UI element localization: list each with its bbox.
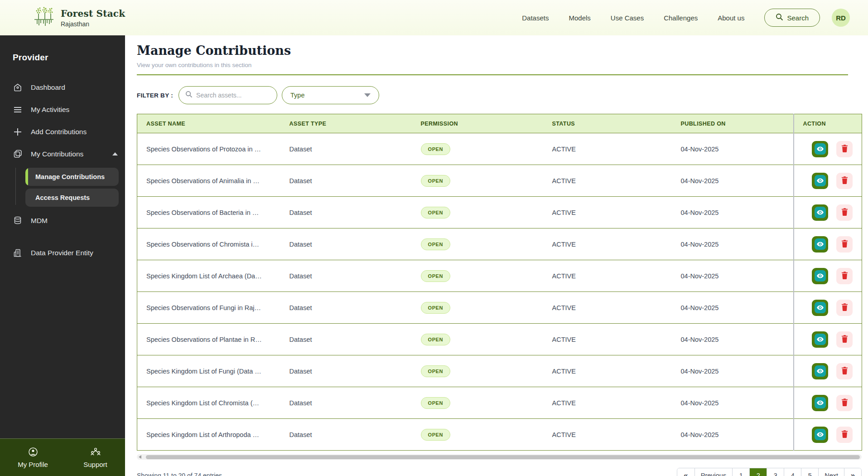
asset-name-cell: Species Kingdom List of Arthropoda … bbox=[137, 419, 280, 451]
eye-icon bbox=[815, 302, 826, 313]
table-row: Species Kingdom List of Archaea (Da… Dat… bbox=[137, 260, 862, 292]
published-on-cell: 04-Nov-2025 bbox=[672, 419, 794, 451]
page-button-4[interactable]: 4 bbox=[784, 468, 801, 476]
view-button[interactable] bbox=[812, 268, 828, 284]
asset-type-cell: Dataset bbox=[280, 228, 412, 260]
asset-type-cell: Dataset bbox=[280, 324, 412, 355]
view-button[interactable] bbox=[812, 204, 828, 221]
filter-bar: FILTER BY : Type bbox=[137, 86, 868, 104]
delete-button[interactable] bbox=[836, 331, 853, 348]
delete-button[interactable] bbox=[836, 268, 853, 284]
people-icon bbox=[90, 447, 101, 458]
nav-use-cases[interactable]: Use Cases bbox=[611, 14, 644, 22]
delete-button[interactable] bbox=[836, 427, 853, 443]
view-button[interactable] bbox=[812, 300, 828, 316]
asset-type-cell: Dataset bbox=[280, 419, 412, 451]
open-badge: OPEN bbox=[421, 334, 451, 345]
page-button-3[interactable]: 3 bbox=[767, 468, 784, 476]
sidebar-item-my-activities[interactable]: My Activities bbox=[0, 98, 125, 121]
page-button-5[interactable]: 5 bbox=[801, 468, 818, 476]
person-circle-icon bbox=[28, 447, 38, 458]
search-button[interactable]: Search bbox=[764, 9, 820, 27]
top-header: Forest Stack Rajasthan Datasets Models U… bbox=[0, 0, 868, 35]
sidebar-item-add-contributions[interactable]: Add Contributions bbox=[0, 121, 125, 143]
asset-name-cell: Species Kingdom List of Archaea (Da… bbox=[137, 260, 280, 292]
published-on-cell: 04-Nov-2025 bbox=[672, 260, 794, 292]
published-on-cell: 04-Nov-2025 bbox=[672, 133, 794, 165]
sidebar-item-mdm[interactable]: MDM bbox=[0, 209, 125, 232]
delete-button[interactable] bbox=[836, 395, 853, 411]
search-assets-input[interactable] bbox=[196, 92, 264, 99]
section-divider bbox=[137, 74, 848, 75]
eye-icon bbox=[815, 207, 826, 218]
asset-name-cell: Species Observations of Protozoa in … bbox=[137, 133, 280, 165]
view-button[interactable] bbox=[812, 395, 828, 411]
permission-cell: OPEN bbox=[412, 197, 543, 228]
scroll-left-arrow-icon[interactable] bbox=[139, 455, 141, 459]
sidebar-item-my-contributions[interactable]: My Contributions bbox=[0, 143, 125, 165]
delete-button[interactable] bbox=[836, 141, 853, 157]
brand[interactable]: Forest Stack Rajasthan bbox=[34, 6, 125, 29]
eye-icon bbox=[815, 429, 826, 440]
eye-icon bbox=[815, 143, 826, 155]
trash-icon bbox=[841, 430, 849, 439]
open-badge: OPEN bbox=[421, 397, 451, 409]
sidebar-item-dashboard[interactable]: Dashboard bbox=[0, 76, 125, 98]
support-button[interactable]: Support bbox=[83, 447, 107, 468]
status-cell: ACTIVE bbox=[543, 197, 672, 228]
last-page-button[interactable]: » bbox=[844, 468, 861, 476]
delete-button[interactable] bbox=[836, 173, 853, 189]
avatar[interactable]: RD bbox=[832, 9, 850, 27]
next-page-button[interactable]: Next bbox=[818, 468, 844, 476]
permission-cell: OPEN bbox=[412, 165, 543, 197]
view-button[interactable] bbox=[812, 236, 828, 253]
sidebar-item-manage-contributions[interactable]: Manage Contributions bbox=[25, 168, 119, 186]
delete-button[interactable] bbox=[836, 300, 853, 316]
permission-cell: OPEN bbox=[412, 355, 543, 387]
status-cell: ACTIVE bbox=[543, 165, 672, 197]
nav-models[interactable]: Models bbox=[569, 14, 590, 22]
menu-icon bbox=[13, 105, 23, 115]
page-button-2-active[interactable]: 2 bbox=[749, 468, 767, 476]
page-button-1[interactable]: 1 bbox=[732, 468, 749, 476]
delete-button[interactable] bbox=[836, 236, 853, 253]
nav-about-us[interactable]: About us bbox=[718, 14, 744, 22]
sidebar-item-label: Add Contributions bbox=[31, 128, 87, 136]
support-label: Support bbox=[83, 461, 107, 468]
nav-datasets[interactable]: Datasets bbox=[522, 14, 549, 22]
table-row: Species Kingdom List of Fungi (Data … Da… bbox=[137, 355, 862, 387]
brand-title: Forest Stack bbox=[61, 8, 125, 19]
delete-button[interactable] bbox=[836, 204, 853, 221]
asset-search-field[interactable] bbox=[178, 86, 277, 104]
sidebar-item-label: My Activities bbox=[31, 106, 69, 114]
asset-type-cell: Dataset bbox=[280, 292, 412, 324]
delete-button[interactable] bbox=[836, 363, 853, 379]
status-cell: ACTIVE bbox=[543, 355, 672, 387]
horizontal-scrollbar[interactable] bbox=[137, 454, 862, 460]
sidebar-item-data-provider-entity[interactable]: Data Provider Entity bbox=[0, 242, 125, 264]
view-button[interactable] bbox=[812, 427, 828, 443]
view-button[interactable] bbox=[812, 331, 828, 348]
sidebar: Provider Dashboard My Activities Add Con… bbox=[0, 35, 125, 438]
col-action: ACTION bbox=[794, 114, 862, 133]
indent-guide-line bbox=[15, 168, 16, 205]
asset-name-cell: Species Kingdom List of Fungi (Data … bbox=[137, 355, 280, 387]
view-button[interactable] bbox=[812, 363, 828, 379]
trash-icon bbox=[841, 239, 849, 249]
table-row: Species Observations of Plantae in R… Da… bbox=[137, 324, 862, 355]
table-row: Species Observations of Protozoa in … Da… bbox=[137, 133, 862, 165]
first-page-button[interactable]: « bbox=[677, 468, 694, 476]
my-profile-button[interactable]: My Profile bbox=[18, 447, 48, 468]
scrollbar-thumb[interactable] bbox=[146, 455, 860, 459]
nav-challenges[interactable]: Challenges bbox=[664, 14, 698, 22]
previous-page-button[interactable]: Previous bbox=[694, 468, 732, 476]
brand-subtitle: Rajasthan bbox=[61, 20, 125, 28]
database-icon bbox=[13, 216, 23, 226]
action-cell bbox=[794, 419, 862, 451]
sidebar-item-access-requests[interactable]: Access Requests bbox=[25, 189, 119, 207]
asset-type-cell: Dataset bbox=[280, 387, 412, 419]
view-button[interactable] bbox=[812, 141, 828, 157]
type-dropdown[interactable]: Type bbox=[282, 86, 379, 104]
view-button[interactable] bbox=[812, 173, 828, 189]
asset-name-cell: Species Observations of Chromista i… bbox=[137, 228, 280, 260]
